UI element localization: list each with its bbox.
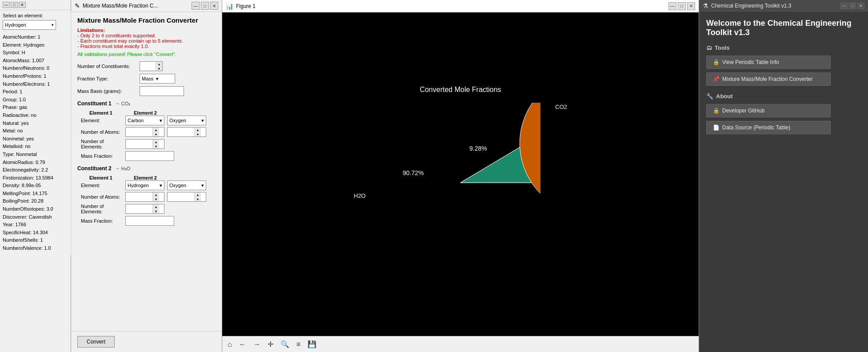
- c2-atoms2-input[interactable]: 1: [168, 193, 194, 200]
- c2-atoms1-up[interactable]: ▲: [153, 192, 159, 197]
- spinbox-down-btn[interactable]: ▼: [156, 66, 162, 71]
- developer-github-btn[interactable]: 🔒 Developer GitHub: [706, 104, 831, 117]
- c1-atoms2-input[interactable]: 2: [168, 128, 194, 136]
- c1-atoms1-up[interactable]: ▲: [153, 128, 159, 132]
- converter-minimize-btn[interactable]: —: [192, 2, 200, 10]
- validation-message: All validations passed! Please click "Co…: [77, 52, 216, 57]
- figure-panel: 📊 Figure 1 — □ ✕ Converted Mole Fraction…: [222, 0, 699, 352]
- prop-shells: NumberofShells: 1: [3, 236, 68, 244]
- prop-value: 1: [47, 81, 50, 87]
- mixture-converter-btn[interactable]: 📌 Mixture Mass/Mole Fraction Converter: [706, 72, 831, 86]
- tools-section-title: Tools: [715, 44, 730, 51]
- c2-atoms-row: Number of Atoms: 2 ▲ ▼ 1 ▲ ▼: [81, 192, 216, 202]
- element-close-btn[interactable]: ✕: [19, 2, 26, 8]
- prop-label: NumberofValence:: [3, 245, 44, 251]
- c1-element2-arrow: ▾: [201, 118, 204, 124]
- toolkit-content: Welcome to the Chemical Engineering Tool…: [699, 12, 868, 148]
- c1-atoms2-down[interactable]: ▼: [195, 132, 201, 136]
- fraction-type-label: Fraction Type:: [77, 76, 140, 81]
- prop-label: Symbol:: [3, 50, 22, 55]
- spinbox-up-btn[interactable]: ▲: [156, 62, 162, 66]
- mass-basis-input[interactable]: 100: [140, 86, 184, 96]
- c2-element2-arrow: ▾: [201, 183, 204, 188]
- forward-button[interactable]: →: [252, 340, 262, 349]
- prop-label: Metalloid:: [3, 144, 25, 149]
- c1-atoms1-down[interactable]: ▼: [153, 132, 159, 136]
- figure-minimize-btn[interactable]: —: [668, 2, 676, 10]
- converter-maximize-btn[interactable]: □: [201, 2, 209, 10]
- toolkit-minimize-btn[interactable]: —: [840, 3, 848, 9]
- c2-element1-dropdown[interactable]: Hydrogen ▾: [125, 180, 164, 190]
- about-section-title: About: [716, 93, 733, 100]
- c2-atoms2-spinbox[interactable]: 1 ▲ ▼: [167, 192, 206, 202]
- toolkit-main-title: Welcome to the Chemical Engineering Tool…: [706, 19, 861, 37]
- c2-atoms2-up[interactable]: ▲: [195, 192, 201, 197]
- c1-numelems-down[interactable]: ▼: [153, 144, 159, 148]
- c2-numelems-spinbox[interactable]: 2 ▲ ▼: [125, 204, 164, 214]
- prop-value: no: [17, 128, 23, 133]
- c1-atoms1-spinbox[interactable]: 1 ▲ ▼: [125, 127, 164, 137]
- prop-atomic-radius: AtomicRadius: 0.79: [3, 159, 68, 167]
- num-constituents-spinbox[interactable]: 2 ▲ ▼: [140, 61, 163, 71]
- view-periodic-table-btn[interactable]: 🔒 View Periodic Table Info: [706, 56, 831, 69]
- settings-button[interactable]: ≡: [295, 340, 302, 349]
- c1-numelems-up[interactable]: ▲: [153, 140, 159, 144]
- element-properties: AtomicNumber: 1 Element: Hydrogen Symbol…: [3, 33, 68, 252]
- prop-boiling-point: BoilingPoint: 20.28: [3, 197, 68, 205]
- c2-atoms2-down[interactable]: ▼: [195, 197, 201, 201]
- c2-atoms1-input[interactable]: 2: [126, 193, 152, 200]
- element-dropdown-value: Hydrogen: [5, 22, 26, 28]
- prop-label: Discoverer:: [3, 214, 29, 220]
- converter-window-title: Mixture Mass/Mole Fraction C...: [83, 3, 158, 9]
- c1-element2-dropdown[interactable]: Oxygen ▾: [167, 116, 206, 125]
- c1-atoms2-up[interactable]: ▲: [195, 128, 201, 132]
- prop-label: Group:: [3, 97, 19, 102]
- toolkit-titlebar: ⚗ Chemical Engineering Toolkit v1.3 — □ …: [699, 0, 868, 12]
- c1-element2-value: Oxygen: [169, 118, 186, 123]
- c1-atoms1-input[interactable]: 1: [126, 128, 152, 136]
- fraction-type-dropdown[interactable]: Mass ▾: [140, 74, 175, 84]
- c1-numelems-label: Number of Elements:: [81, 139, 125, 149]
- c1-atoms2-spinbox[interactable]: 2 ▲ ▼: [167, 127, 206, 137]
- c1-numelems-input[interactable]: 2: [126, 140, 152, 148]
- element-content: Select an element: Hydrogen ▾ AtomicNumb…: [0, 10, 71, 255]
- data-source-btn-label: Data Source (Periodic Table): [722, 124, 790, 131]
- c1-element1-dropdown[interactable]: Carbon ▾: [125, 116, 164, 125]
- element-selector[interactable]: Hydrogen ▾: [3, 20, 68, 30]
- figure-maximize-btn[interactable]: □: [678, 2, 686, 10]
- num-constituents-input[interactable]: 2: [140, 63, 156, 70]
- c2-massfrac-input[interactable]: 0.8: [125, 216, 174, 226]
- constituent-2-section: Constituent 2 → H₂O Element 1 Element 2 …: [77, 165, 216, 226]
- c2-numelems-input[interactable]: 2: [126, 205, 152, 212]
- prop-value: 1.007: [32, 58, 44, 63]
- c1-numelems-spinbox[interactable]: 2 ▲ ▼: [125, 139, 164, 149]
- c2-atoms1-spinbox[interactable]: 2 ▲ ▼: [125, 192, 164, 202]
- prop-element: Element: Hydrogen: [3, 41, 68, 49]
- c2-element1-value: Hydrogen: [128, 183, 149, 188]
- element-dropdown[interactable]: Hydrogen ▾: [3, 20, 56, 30]
- back-button[interactable]: ←: [237, 340, 248, 349]
- c2-element2-dropdown[interactable]: Oxygen ▾: [167, 180, 206, 190]
- prop-label: NumberofProtons:: [3, 73, 44, 79]
- c2-numelems-up[interactable]: ▲: [153, 204, 159, 209]
- home-button[interactable]: ⌂: [226, 340, 234, 349]
- convert-button[interactable]: Convert: [77, 336, 115, 348]
- c2-numelems-down[interactable]: ▼: [153, 209, 159, 213]
- element-minimize-btn[interactable]: —: [3, 2, 10, 8]
- toolkit-close-btn[interactable]: ✕: [857, 3, 864, 9]
- data-source-btn[interactable]: 📄 Data Source (Periodic Table): [706, 121, 831, 134]
- c1-massfrac-input[interactable]: 0.2: [125, 151, 174, 161]
- converter-close-btn[interactable]: ✕: [210, 2, 218, 10]
- c2-atoms1-down[interactable]: ▼: [153, 197, 159, 201]
- pan-button[interactable]: ✛: [266, 339, 275, 349]
- element-panel-titlebar: — □ ✕: [0, 0, 71, 10]
- element-maximize-btn[interactable]: □: [11, 2, 18, 8]
- figure-close-btn[interactable]: ✕: [687, 2, 695, 10]
- main-layout: — □ ✕ Select an element: Hydrogen ▾ Atom…: [0, 0, 868, 352]
- constituent-2-formula: → H₂O: [115, 166, 131, 172]
- periodic-table-icon: 🔒: [713, 59, 720, 65]
- zoom-button[interactable]: 🔍: [279, 339, 291, 349]
- save-figure-button[interactable]: 💾: [306, 339, 318, 349]
- prop-label: Density:: [3, 183, 22, 188]
- toolkit-maximize-btn[interactable]: □: [849, 3, 856, 9]
